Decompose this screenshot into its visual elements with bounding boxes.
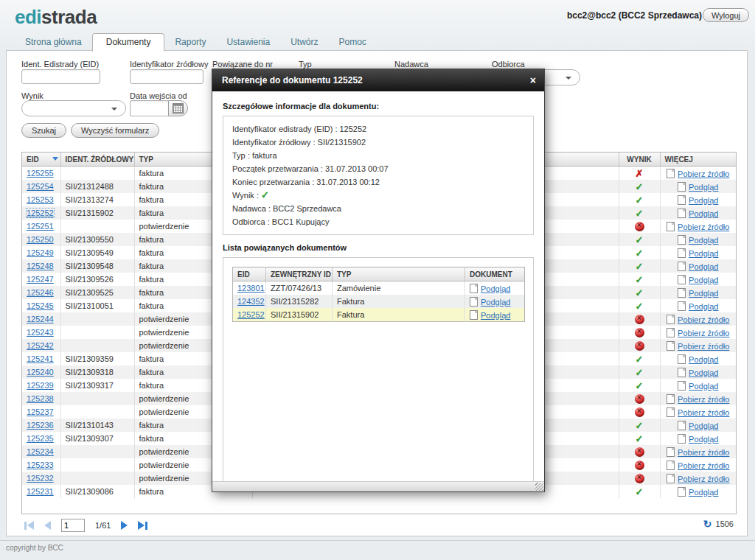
eid-link[interactable]: 125245 bbox=[27, 301, 54, 310]
more-cell: Pobierz źródło bbox=[660, 312, 736, 326]
eid-cell: 125241 bbox=[22, 352, 60, 365]
document-action-link[interactable]: Podgląd bbox=[678, 382, 718, 391]
document-action-link[interactable]: Podgląd bbox=[470, 298, 510, 307]
document-action-link[interactable]: Podgląd bbox=[678, 249, 718, 258]
resize-handle-icon[interactable] bbox=[535, 483, 543, 491]
eid-link[interactable]: 125238 bbox=[27, 394, 54, 403]
document-action-link[interactable]: Pobierz źródło bbox=[667, 475, 729, 483]
document-action-link[interactable]: Pobierz źródło bbox=[667, 315, 729, 324]
tab-settings[interactable]: Ustawienia bbox=[216, 34, 280, 51]
document-action-link[interactable]: Pobierz źródło bbox=[667, 395, 729, 404]
tab-home[interactable]: Strona główna bbox=[15, 34, 92, 51]
document-action-link[interactable]: Pobierz źródło bbox=[667, 169, 729, 178]
eid-link[interactable]: 125234 bbox=[27, 447, 54, 456]
tab-help[interactable]: Pomoc bbox=[329, 34, 377, 51]
eid-link[interactable]: 125248 bbox=[27, 262, 54, 270]
wynik-cell: ✓ bbox=[619, 432, 660, 445]
search-button[interactable]: Szukaj bbox=[21, 123, 66, 138]
calendar-button[interactable] bbox=[168, 100, 188, 116]
eid-link[interactable]: 125232 bbox=[27, 474, 54, 483]
document-action-link[interactable]: Podgląd bbox=[678, 262, 718, 271]
eid-link[interactable]: 125255 bbox=[27, 169, 54, 178]
wynik-cell bbox=[619, 339, 660, 352]
document-action-link[interactable]: Podgląd bbox=[678, 209, 718, 218]
document-action-link[interactable]: Podgląd bbox=[470, 284, 510, 293]
tab-documents[interactable]: Dokumenty bbox=[92, 33, 165, 52]
eid-link[interactable]: 125237 bbox=[27, 407, 54, 416]
last-page-button[interactable] bbox=[138, 521, 147, 530]
document-action-link[interactable]: Pobierz źródło bbox=[667, 342, 729, 351]
success-check-icon: ✓ bbox=[636, 420, 644, 431]
document-icon bbox=[667, 461, 675, 470]
document-action-link[interactable]: Pobierz źródło bbox=[667, 223, 729, 231]
success-check-icon: ✓ bbox=[636, 354, 644, 365]
date-from-input[interactable] bbox=[130, 100, 168, 116]
document-action-link[interactable]: Pobierz źródło bbox=[667, 329, 729, 337]
source-id-filter-input[interactable] bbox=[130, 69, 203, 84]
document-action-link[interactable]: Podgląd bbox=[678, 368, 718, 377]
eid-filter-input[interactable] bbox=[21, 69, 100, 84]
eid-link[interactable]: 125251 bbox=[27, 222, 54, 231]
related-eid-link[interactable]: 125252 bbox=[237, 310, 265, 319]
document-action-link[interactable]: Podgląd bbox=[678, 488, 718, 497]
document-action-link[interactable]: Podgląd bbox=[678, 196, 718, 205]
close-icon[interactable]: × bbox=[530, 69, 536, 91]
eid-link[interactable]: 125253 bbox=[27, 195, 54, 204]
refresh-icon[interactable]: ↻ bbox=[703, 519, 712, 528]
eid-link[interactable]: 125240 bbox=[27, 368, 54, 377]
eid-link[interactable]: 125235 bbox=[27, 434, 54, 443]
eid-link[interactable]: 125246 bbox=[27, 288, 54, 297]
wynik-filter-dropdown[interactable] bbox=[21, 100, 126, 116]
next-page-button[interactable] bbox=[121, 521, 128, 530]
document-icon bbox=[678, 487, 686, 497]
wynik-cell: ✓ bbox=[619, 286, 660, 299]
modal-header[interactable]: Referencje do dokumentu 125252 × bbox=[212, 69, 544, 91]
document-action-link[interactable]: Podgląd bbox=[678, 236, 718, 245]
col-header-source[interactable]: IDENT. ŹRÓDŁOWY bbox=[60, 153, 134, 167]
wynik-cell: ✓ bbox=[619, 379, 660, 392]
eid-cell: 125243 bbox=[22, 326, 60, 339]
related-eid-link[interactable]: 124352 bbox=[237, 297, 265, 306]
document-action-link[interactable]: Podgląd bbox=[678, 355, 718, 364]
document-action-link[interactable]: Podgląd bbox=[678, 421, 718, 430]
eid-link[interactable]: 125244 bbox=[27, 315, 54, 323]
page-number-input[interactable] bbox=[61, 519, 85, 532]
document-action-link[interactable]: Podgląd bbox=[678, 289, 718, 298]
related-filter-label: Powiązane do nr bbox=[212, 60, 273, 69]
source-id-cell: SII/21309318 bbox=[60, 365, 134, 379]
eid-link[interactable]: 125231 bbox=[27, 487, 54, 496]
eid-link[interactable]: 125239 bbox=[27, 381, 54, 390]
prev-page-button[interactable] bbox=[44, 521, 51, 530]
modal-title: Referencje do dokumentu 125252 bbox=[222, 75, 363, 85]
eid-link[interactable]: 125242 bbox=[27, 341, 54, 350]
clear-form-button[interactable]: Wyczyść formularz bbox=[71, 123, 159, 138]
document-action-link[interactable]: Podgląd bbox=[678, 276, 718, 284]
source-id-cell: SII/21313274 bbox=[60, 193, 134, 206]
col-header-wynik[interactable]: WYNIK bbox=[619, 153, 660, 167]
document-action-link[interactable]: Pobierz źródło bbox=[667, 461, 729, 470]
col-header-eid[interactable]: EID bbox=[22, 153, 60, 167]
document-action-link[interactable]: Podgląd bbox=[678, 435, 718, 444]
document-action-link[interactable]: Pobierz źródło bbox=[667, 408, 729, 417]
eid-link[interactable]: 125236 bbox=[27, 421, 54, 430]
document-action-link[interactable]: Pobierz źródło bbox=[667, 448, 729, 457]
document-action-link[interactable]: Podgląd bbox=[678, 302, 718, 311]
eid-link[interactable]: 125233 bbox=[27, 461, 54, 469]
logout-button[interactable]: Wyloguj bbox=[703, 8, 749, 22]
tab-create[interactable]: Utwórz bbox=[280, 34, 328, 51]
document-action-link[interactable]: Podgląd bbox=[678, 183, 718, 192]
wynik-cell: ✓ bbox=[619, 485, 660, 498]
first-page-button[interactable] bbox=[24, 521, 34, 530]
related-eid-cell: 125252 bbox=[233, 308, 266, 322]
eid-link[interactable]: 125243 bbox=[27, 328, 54, 337]
related-eid-link[interactable]: 123801 bbox=[237, 284, 265, 293]
eid-link[interactable]: 125254 bbox=[27, 182, 54, 191]
eid-link[interactable]: 125250 bbox=[27, 235, 54, 244]
related-table-row: 123801ZZT/07426/13ZamówieniePodgląd bbox=[233, 281, 525, 295]
eid-link[interactable]: 125252 bbox=[27, 209, 54, 217]
eid-link[interactable]: 125249 bbox=[27, 248, 54, 257]
tab-reports[interactable]: Raporty bbox=[164, 34, 216, 51]
document-action-link[interactable]: Podgląd bbox=[470, 311, 510, 320]
eid-link[interactable]: 125241 bbox=[27, 354, 54, 363]
eid-link[interactable]: 125247 bbox=[27, 275, 54, 284]
